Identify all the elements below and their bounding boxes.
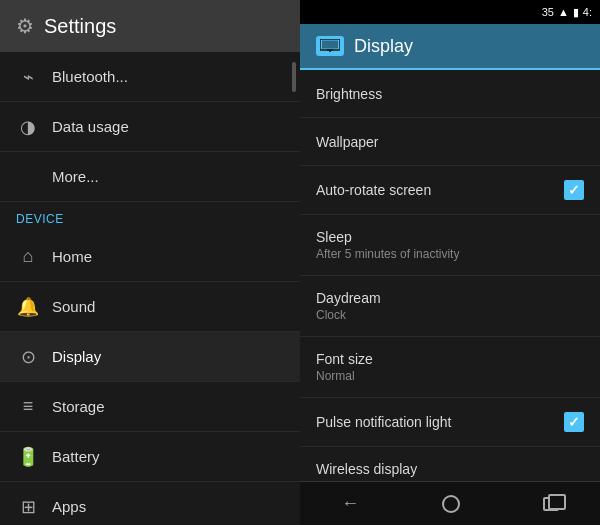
gear-icon: ⚙ (16, 14, 34, 38)
sleep-content: Sleep After 5 minutes of inactivity (316, 229, 459, 261)
back-icon: ← (341, 493, 359, 514)
storage-icon: ≡ (16, 396, 40, 417)
wireless-display-content: Wireless display Disabled (316, 461, 417, 481)
display-item-brightness[interactable]: Brightness (300, 70, 600, 118)
auto-rotate-content: Auto-rotate screen (316, 182, 431, 198)
menu-item-data-usage[interactable]: ◑ Data usage (0, 102, 300, 152)
menu-item-display[interactable]: ⊙ Display (0, 332, 300, 382)
navigation-bar: ← (300, 481, 600, 525)
status-bar: 35 ▲ ▮ 4: (300, 0, 600, 24)
menu-item-more[interactable]: More... (0, 152, 300, 202)
svg-rect-1 (322, 41, 338, 49)
sleep-subtitle: After 5 minutes of inactivity (316, 247, 459, 261)
scroll-indicator (292, 62, 296, 92)
daydream-title: Daydream (316, 290, 381, 306)
recent-apps-button[interactable] (523, 489, 579, 519)
font-size-title: Font size (316, 351, 373, 367)
settings-title: Settings (44, 15, 116, 38)
monitor-svg (320, 39, 340, 53)
home-icon: ⌂ (16, 246, 40, 267)
settings-left-panel: ⚙ Settings ⌁ Bluetooth... ◑ Data usage M… (0, 0, 300, 525)
font-size-subtitle: Normal (316, 369, 373, 383)
bluetooth-icon: ⌁ (16, 66, 40, 88)
menu-item-battery[interactable]: 🔋 Battery (0, 432, 300, 482)
signal-icon: ▲ (558, 6, 569, 18)
brightness-title: Brightness (316, 86, 382, 102)
brightness-content: Brightness (316, 86, 382, 102)
data-usage-icon: ◑ (16, 116, 40, 138)
more-label: More... (52, 168, 99, 185)
battery-label: Battery (52, 448, 100, 465)
daydream-content: Daydream Clock (316, 290, 381, 322)
display-items-list: Brightness Wallpaper Auto-rotate screen … (300, 70, 600, 481)
font-size-content: Font size Normal (316, 351, 373, 383)
apps-icon: ⊞ (16, 496, 40, 518)
sound-label: Sound (52, 298, 95, 315)
display-right-panel: 35 ▲ ▮ 4: Display Brightness Wallpaper (300, 0, 600, 525)
storage-label: Storage (52, 398, 105, 415)
display-section-title: Display (354, 36, 413, 57)
sim-indicator: 35 (542, 6, 554, 18)
menu-item-sound[interactable]: 🔔 Sound (0, 282, 300, 332)
settings-header: ⚙ Settings (0, 0, 300, 52)
wireless-display-title: Wireless display (316, 461, 417, 477)
data-usage-label: Data usage (52, 118, 129, 135)
clock-status: 4: (583, 6, 592, 18)
back-button[interactable]: ← (321, 485, 379, 522)
wallpaper-content: Wallpaper (316, 134, 379, 150)
menu-item-home[interactable]: ⌂ Home (0, 232, 300, 282)
display-section-icon (316, 36, 344, 56)
auto-rotate-title: Auto-rotate screen (316, 182, 431, 198)
sound-icon: 🔔 (16, 296, 40, 318)
apps-label: Apps (52, 498, 86, 515)
section-device: DEVICE (0, 202, 300, 232)
daydream-subtitle: Clock (316, 308, 381, 322)
battery-icon: 🔋 (16, 446, 40, 468)
display-item-font-size[interactable]: Font size Normal (300, 337, 600, 398)
menu-item-apps[interactable]: ⊞ Apps (0, 482, 300, 525)
bluetooth-label: Bluetooth... (52, 68, 128, 85)
recent-apps-icon (543, 497, 559, 511)
auto-rotate-checkbox[interactable] (564, 180, 584, 200)
display-item-wallpaper[interactable]: Wallpaper (300, 118, 600, 166)
home-label: Home (52, 248, 92, 265)
display-item-wireless-display[interactable]: Wireless display Disabled (300, 447, 600, 481)
home-nav-icon (442, 495, 460, 513)
battery-status-icon: ▮ (573, 6, 579, 19)
sleep-title: Sleep (316, 229, 459, 245)
wallpaper-title: Wallpaper (316, 134, 379, 150)
menu-item-bluetooth[interactable]: ⌁ Bluetooth... (0, 52, 300, 102)
pulse-notification-title: Pulse notification light (316, 414, 451, 430)
display-label: Display (52, 348, 101, 365)
display-item-daydream[interactable]: Daydream Clock (300, 276, 600, 337)
display-item-pulse-notification[interactable]: Pulse notification light (300, 398, 600, 447)
display-item-sleep[interactable]: Sleep After 5 minutes of inactivity (300, 215, 600, 276)
display-icon: ⊙ (16, 346, 40, 368)
pulse-notification-content: Pulse notification light (316, 414, 451, 430)
display-section-header: Display (300, 24, 600, 70)
display-item-auto-rotate[interactable]: Auto-rotate screen (300, 166, 600, 215)
pulse-notification-checkbox[interactable] (564, 412, 584, 432)
menu-item-storage[interactable]: ≡ Storage (0, 382, 300, 432)
home-button[interactable] (422, 487, 480, 521)
